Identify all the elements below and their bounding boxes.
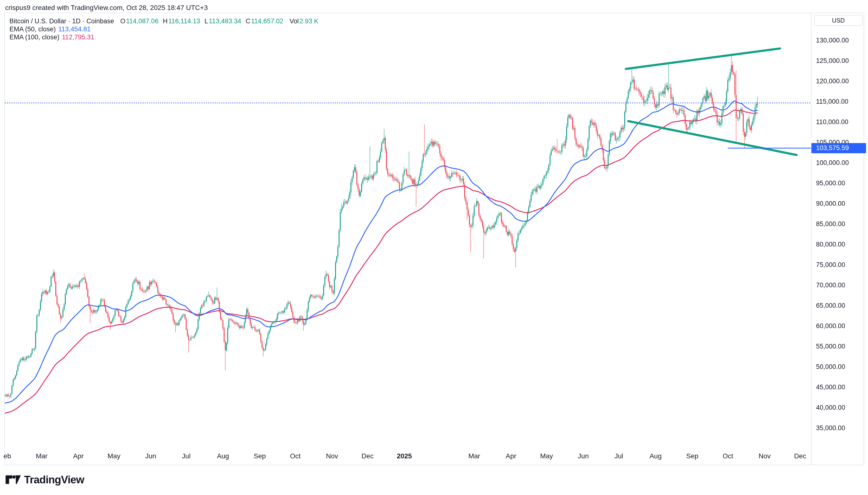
price-axis-tick: 95,000.00 [816, 180, 845, 187]
time-axis-border[interactable] [4, 465, 864, 465]
separator-dot: · [68, 17, 70, 25]
time-axis-label: Mar [468, 452, 480, 460]
price-axis-tick: 115,000.00 [816, 98, 848, 105]
price-chart-canvas[interactable] [0, 0, 868, 495]
exchange-label[interactable]: Coinbase [86, 17, 114, 25]
price-axis-tick: 55,000.00 [816, 343, 845, 350]
time-axis-label: Nov [759, 452, 770, 460]
time-axis-label: May [540, 452, 553, 460]
time-axis-label: Nov [326, 452, 338, 460]
price-axis-tick: 110,000.00 [816, 118, 848, 126]
ohlc-group: L113,483.34 [205, 17, 241, 25]
time-axis-label: Sep [254, 452, 266, 460]
currency-badge[interactable]: USD [814, 15, 863, 26]
tradingview-logo-text: TradingView [24, 474, 84, 486]
ohlc-group: H116,114.13 [163, 17, 200, 25]
price-line-label: 103,575.59 [811, 143, 866, 153]
price-axis-tick: 70,000.00 [816, 281, 845, 289]
price-axis-tick: 85,000.00 [816, 220, 845, 228]
chart-top-border [4, 13, 864, 13]
price-axis-tick: 100,000.00 [816, 159, 849, 167]
price-axis-tick: 120,000.00 [816, 78, 849, 85]
price-axis-tick: 65,000.00 [816, 302, 845, 309]
time-axis-label: Jun [578, 452, 589, 460]
ema50-row[interactable]: EMA (50, close) 113,454.81 [10, 25, 91, 33]
price-axis-tick: 75,000.00 [816, 261, 845, 269]
time-axis-label: Aug [649, 452, 662, 460]
time-axis-label: Oct [290, 452, 301, 460]
price-axis-tick: 50,000.00 [816, 363, 845, 371]
tradingview-logo[interactable]: TradingView [5, 474, 84, 486]
time-axis-label: 2025 [397, 452, 412, 460]
price-axis-tick: 45,000.00 [816, 383, 845, 391]
price-axis-tick: 80,000.00 [816, 241, 845, 248]
ema50-value: 113,454.81 [58, 25, 91, 33]
price-axis-tick: 125,000.00 [816, 57, 849, 65]
ema50-label[interactable]: EMA (50, close) [10, 25, 56, 33]
time-axis-label: Jun [145, 452, 156, 460]
time-axis-label: Mar [36, 452, 47, 460]
time-axis-label: Jul [614, 452, 623, 460]
symbol-row[interactable]: Bitcoin / U.S. Dollar · 1D · Coinbase O1… [10, 17, 318, 25]
ema100-value: 112,795.31 [62, 34, 94, 41]
time-axis-label: Jul [182, 452, 191, 460]
tradingview-snapshot: { "attribution": "crispus9 created with … [0, 0, 868, 495]
time-axis-label: Aug [217, 452, 229, 460]
attribution-text: crispus9 created with TradingView.com, O… [5, 4, 208, 12]
volume-value: 2.93 K [299, 17, 318, 25]
time-axis-label: Sep [686, 452, 698, 460]
time-axis-label: Dec [794, 452, 806, 460]
interval-label[interactable]: 1D [72, 17, 81, 25]
ema100-row[interactable]: EMA (100, close) 112,795.31 [10, 34, 94, 41]
chart-right-border [864, 13, 864, 465]
time-axis-label: Dec [362, 452, 374, 460]
time-axis-label: Apr [506, 452, 516, 460]
time-axis-label: Oct [723, 452, 733, 460]
symbol-name[interactable]: Bitcoin / U.S. Dollar [10, 17, 66, 25]
separator-dot: · [82, 17, 85, 25]
chart-left-border [4, 13, 5, 465]
price-axis-tick: 40,000.00 [816, 404, 845, 411]
price-line-label-text: 103,575.59 [816, 144, 849, 152]
tradingview-logo-icon [5, 475, 21, 484]
time-axis-label: May [108, 452, 120, 460]
ohlc-group: O114,087.06 [120, 17, 158, 25]
price-axis-tick: 130,000.00 [816, 37, 849, 44]
price-axis-separator[interactable] [811, 13, 811, 465]
price-axis-tick: 60,000.00 [816, 322, 845, 330]
price-axis-tick: 35,000.00 [816, 424, 845, 432]
ema100-label[interactable]: EMA (100, close) [10, 34, 59, 41]
volume-group: Vol2.93 K [290, 17, 318, 25]
ohlc-values: O114,087.06H116,114.13L113,483.34C114,65… [116, 17, 283, 25]
currency-label: USD [832, 17, 845, 24]
volume-label: Vol [290, 17, 299, 25]
time-axis-label: Apr [73, 452, 84, 460]
ohlc-group: C114,657.02 [245, 17, 283, 25]
time-axis-label: eb [3, 452, 11, 460]
price-axis-tick: 90,000.00 [816, 200, 845, 207]
